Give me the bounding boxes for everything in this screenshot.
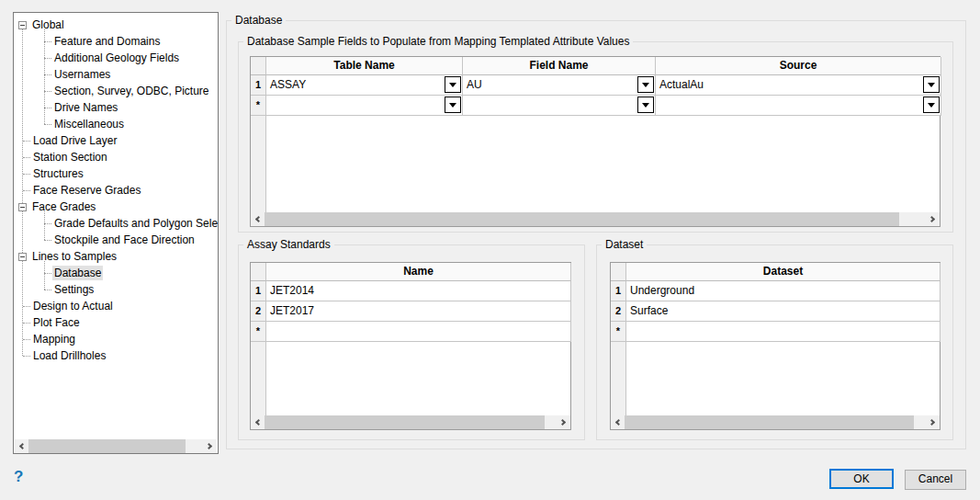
- scrollbar-track[interactable]: [625, 415, 926, 429]
- tree-connector-tick: [23, 306, 30, 307]
- horizontal-scrollbar[interactable]: [15, 439, 217, 453]
- scrollbar-thumb[interactable]: [625, 415, 914, 429]
- dataset-group-label: Dataset: [602, 238, 647, 251]
- tree-item-section-survey-odbc-picture[interactable]: Section, Survey, ODBC, Picture: [14, 83, 218, 99]
- grid-corner-cell: [251, 263, 266, 281]
- column-header[interactable]: Source: [656, 57, 941, 75]
- tree-expander-minus-icon[interactable]: [18, 203, 27, 211]
- tree-item-mapping[interactable]: Mapping: [14, 331, 218, 347]
- scroll-left-arrow[interactable]: [611, 415, 625, 429]
- tree-item-load-drillholes[interactable]: Load Drillholes: [14, 347, 218, 364]
- horizontal-scrollbar[interactable]: [611, 415, 940, 429]
- tree-expander-minus-icon[interactable]: [18, 253, 27, 261]
- scroll-left-arrow[interactable]: [251, 212, 265, 226]
- column-header[interactable]: Field Name: [463, 57, 656, 75]
- tree-connector-tick: [44, 223, 51, 224]
- grid-cell[interactable]: [266, 322, 571, 342]
- row-header[interactable]: 1: [251, 75, 266, 96]
- grid-empty-area: [251, 342, 570, 415]
- tree-connector-tick: [44, 290, 51, 290]
- tree-expander-minus-icon[interactable]: [18, 21, 27, 29]
- tree-item-station-section[interactable]: Station Section: [14, 149, 218, 165]
- scroll-right-arrow[interactable]: [926, 415, 940, 429]
- tree-item-face-reserve-grades[interactable]: Face Reserve Grades: [14, 182, 218, 199]
- scrollbar-track[interactable]: [28, 439, 203, 453]
- ok-button[interactable]: OK: [829, 469, 894, 489]
- row-header[interactable]: *: [251, 322, 266, 342]
- horizontal-scrollbar[interactable]: [251, 415, 570, 429]
- tree-item-miscellaneous[interactable]: Miscellaneous: [14, 116, 218, 132]
- dropdown-button[interactable]: [923, 76, 940, 93]
- tree-item-design-to-actual[interactable]: Design to Actual: [14, 298, 218, 314]
- grid-cell[interactable]: Underground: [626, 281, 941, 301]
- tree-item-label: Face Reserve Grades: [31, 183, 142, 198]
- chevron-left-icon: [255, 419, 262, 426]
- tree-item-label: Database: [52, 266, 103, 280]
- grid-corner-cell: [251, 57, 266, 75]
- help-icon[interactable]: ?: [14, 468, 23, 486]
- tree-item-drive-names[interactable]: Drive Names: [14, 99, 218, 116]
- column-header[interactable]: Name: [266, 263, 571, 281]
- grid-cell[interactable]: JET2017: [266, 301, 571, 322]
- dropdown-button[interactable]: [637, 97, 654, 113]
- tree-item-load-drive-layer[interactable]: Load Drive Layer: [14, 132, 218, 149]
- scroll-left-arrow[interactable]: [15, 439, 28, 453]
- tree-item-settings[interactable]: Settings: [14, 281, 218, 298]
- grid-cell[interactable]: Surface: [626, 301, 941, 322]
- scrollbar-track[interactable]: [265, 212, 926, 226]
- dropdown-arrow-icon: [449, 103, 456, 108]
- column-header[interactable]: Dataset: [626, 263, 941, 281]
- grid-cell[interactable]: [463, 96, 656, 116]
- row-header[interactable]: 1: [251, 281, 266, 301]
- chevron-right-icon: [559, 419, 566, 426]
- dataset-grid[interactable]: Dataset1Underground2Surface*: [610, 262, 941, 430]
- tree-item-face-grades[interactable]: Face Grades: [14, 199, 218, 215]
- assay-standards-grid[interactable]: Name1JET20142JET2017*: [250, 262, 571, 430]
- row-header[interactable]: 2: [251, 301, 266, 322]
- dropdown-button[interactable]: [445, 97, 461, 113]
- tree-item-global[interactable]: Global: [14, 17, 218, 33]
- grid-cell[interactable]: AU: [463, 75, 656, 96]
- chevron-left-icon: [255, 216, 262, 222]
- scrollbar-thumb[interactable]: [265, 415, 545, 429]
- dropdown-button[interactable]: [445, 76, 461, 93]
- row-header[interactable]: *: [611, 322, 626, 342]
- tree-item-database[interactable]: Database: [14, 265, 218, 281]
- tree-item-grade-defaults-and-polygon-selec[interactable]: Grade Defaults and Polygon Selec: [14, 215, 218, 232]
- horizontal-scrollbar[interactable]: [251, 212, 940, 226]
- column-header[interactable]: Table Name: [266, 57, 463, 75]
- tree-item-lines-to-samples[interactable]: Lines to Samples: [14, 248, 218, 265]
- cancel-button[interactable]: Cancel: [905, 470, 966, 490]
- grid-cell[interactable]: [626, 322, 941, 342]
- row-header[interactable]: 1: [611, 281, 626, 301]
- grid-cell-value: Underground: [630, 284, 694, 297]
- grid-cell[interactable]: ASSAY: [266, 75, 463, 96]
- scroll-right-arrow[interactable]: [926, 212, 940, 226]
- scroll-right-arrow[interactable]: [557, 415, 570, 429]
- scrollbar-track[interactable]: [265, 415, 557, 429]
- grid-cell[interactable]: JET2014: [266, 281, 571, 301]
- row-header[interactable]: *: [251, 96, 266, 116]
- tree-item-label: Miscellaneous: [52, 117, 126, 131]
- tree-item-plot-face[interactable]: Plot Face: [14, 314, 218, 331]
- scrollbar-thumb[interactable]: [265, 212, 899, 226]
- scrollbar-thumb[interactable]: [28, 439, 186, 453]
- tree-item-feature-and-domains[interactable]: Feature and Domains: [14, 33, 218, 50]
- tree-item-stockpile-and-face-direction[interactable]: Stockpile and Face Direction: [14, 232, 218, 248]
- sample-fields-grid[interactable]: Table NameField NameSource1ASSAYAUActual…: [250, 56, 941, 227]
- grid-cell[interactable]: ActualAu: [656, 75, 941, 96]
- tree-item-label: Lines to Samples: [30, 249, 118, 264]
- tree-item-structures[interactable]: Structures: [14, 165, 218, 182]
- tree-item-usernames[interactable]: Usernames: [14, 66, 218, 83]
- settings-tree[interactable]: GlobalFeature and DomainsAdditional Geol…: [13, 12, 219, 454]
- grid-cell[interactable]: [266, 96, 463, 116]
- row-header[interactable]: 2: [611, 301, 626, 322]
- assay-standards-group-label: Assay Standards: [243, 238, 334, 251]
- chevron-left-icon: [19, 443, 26, 449]
- dropdown-button[interactable]: [637, 76, 654, 93]
- dropdown-button[interactable]: [923, 97, 940, 113]
- scroll-left-arrow[interactable]: [251, 415, 265, 429]
- tree-item-additional-geology-fields[interactable]: Additional Geology Fields: [14, 50, 218, 66]
- grid-cell[interactable]: [656, 96, 941, 116]
- scroll-right-arrow[interactable]: [203, 439, 217, 453]
